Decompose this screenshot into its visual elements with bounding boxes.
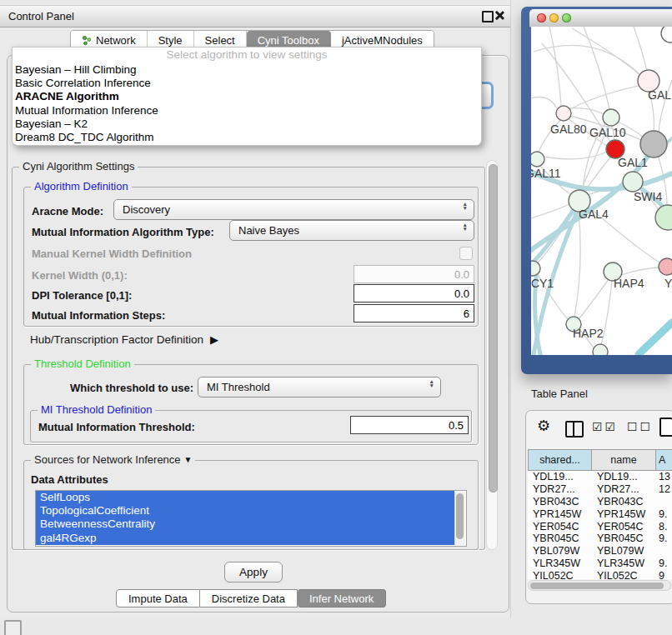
- tab-infer-network[interactable]: Infer Network: [298, 589, 386, 608]
- minimize-traffic-light-icon[interactable]: [549, 13, 559, 22]
- network-node-gcy1[interactable]: [531, 261, 540, 276]
- table-cell: YIL052C: [592, 570, 656, 579]
- table-cell: 12: [656, 483, 672, 495]
- data-attributes-listbox[interactable]: SelfLoopsTopologicalCoefficientBetweenne…: [35, 490, 467, 547]
- apply-button[interactable]: Apply: [224, 562, 283, 582]
- data-attributes-list: SelfLoopsTopologicalCoefficientBetweenne…: [36, 491, 466, 545]
- node-label: GAL80: [550, 122, 587, 136]
- table-row[interactable]: YPR145WYPR145W9.: [528, 508, 672, 520]
- settings-scrollbar[interactable]: [486, 160, 498, 550]
- algorithm-option-bayesian-k2[interactable]: Bayesian – K2: [13, 118, 481, 131]
- manual-kernel-label: Manual Kernel Width Definition: [32, 248, 192, 260]
- table-row[interactable]: YIL052CYIL052C9: [528, 569, 672, 579]
- control-panel-titlebar: Control Panel: [0, 5, 510, 28]
- table-cell: YPR145W: [592, 508, 656, 520]
- network-node-gal11[interactable]: [531, 152, 544, 167]
- algorithm-option-mutual-information-inference[interactable]: Mutual Information Inference: [13, 104, 481, 118]
- network-node[interactable]: [661, 27, 672, 42]
- collapse-down-icon[interactable]: ▼: [184, 455, 193, 464]
- table-cell: 9.: [656, 558, 672, 569]
- attribute-item-betweennesscentrality[interactable]: BetweennessCentrality: [36, 518, 454, 531]
- aracne-mode-select[interactable]: Discovery ▲▼: [113, 199, 474, 220]
- table-cell: 8.: [656, 521, 672, 532]
- network-node-gal10[interactable]: [603, 109, 619, 126]
- attribute-item-gal4rgexp[interactable]: gal4RGexp: [36, 532, 454, 545]
- attribute-item-selfloops[interactable]: SelfLoops: [36, 491, 454, 504]
- tab-label: Style: [158, 34, 183, 47]
- table-row[interactable]: YBR043CYBR043C: [528, 496, 672, 508]
- table-row[interactable]: YBL079WYBL079W: [528, 545, 672, 558]
- table-cell: YBL079W: [528, 545, 592, 557]
- table-cell: YER054C: [592, 521, 656, 532]
- scrollbar-thumb[interactable]: [489, 164, 498, 492]
- collapsed-panel-icon[interactable]: [4, 620, 22, 635]
- document-icon[interactable]: [659, 418, 672, 437]
- tab-label: Select: [205, 34, 235, 47]
- network-canvas[interactable]: GALGAL80GAL10GAL1GAL11SWI4GAL4YGCY1HAP4H…: [531, 27, 672, 355]
- table-cell: YBR045C: [592, 532, 656, 544]
- table-row[interactable]: YBR045CYBR045C9.: [528, 532, 672, 545]
- attributes-scrollbar[interactable]: [454, 492, 465, 545]
- close-icon[interactable]: [494, 10, 504, 21]
- hub-transcription-section[interactable]: Hub/Transcription Factor Definition ▶: [30, 333, 218, 346]
- columns-icon[interactable]: [565, 421, 584, 438]
- column-header-partial[interactable]: A: [656, 449, 672, 471]
- mi-threshold-label: Mutual Information Threshold:: [38, 421, 195, 433]
- select-columns-checked-icon[interactable]: ☑☑: [592, 420, 618, 433]
- kernel-width-input[interactable]: [354, 265, 474, 283]
- scrollbar-thumb[interactable]: [530, 582, 664, 589]
- table-row[interactable]: YLR345WYLR345W9.: [528, 558, 672, 570]
- table-panel-title: Table Panel: [531, 388, 588, 400]
- algorithm-option-bayesian-hill-climbing[interactable]: Bayesian – Hill Climbing: [13, 63, 481, 77]
- network-icon: [82, 35, 92, 46]
- select-columns-unchecked-icon[interactable]: ☐☐: [627, 420, 653, 433]
- column-header-shared-name[interactable]: shared...: [528, 449, 592, 471]
- network-node-swi4[interactable]: [623, 172, 643, 192]
- zoom-traffic-light-icon[interactable]: [562, 13, 571, 22]
- dpi-tolerance-input[interactable]: [354, 284, 474, 302]
- attribute-item-topologicalcoefficient[interactable]: TopologicalCoefficient: [36, 504, 454, 518]
- which-threshold-label: Which threshold to use:: [70, 382, 193, 394]
- spinner-arrows-icon: ▲▼: [429, 380, 434, 388]
- network-node[interactable]: [640, 131, 667, 158]
- gear-icon[interactable]: ⚙: [537, 418, 550, 434]
- mi-steps-input[interactable]: [354, 304, 474, 322]
- table-row[interactable]: YER054CYER054C8.: [528, 520, 672, 532]
- table-row[interactable]: YDR27...YDR27...12: [528, 483, 672, 496]
- tab-discretize-data[interactable]: Discretize Data: [200, 589, 298, 608]
- table-body: YDL19...YDL19...13YDR27...YDR27...12YBR0…: [528, 471, 672, 579]
- node-label: GAL: [648, 88, 671, 102]
- table-row[interactable]: YDL19...YDL19...13: [528, 471, 672, 483]
- node-label: GAL4: [579, 208, 609, 221]
- table-cell: 13: [656, 471, 672, 482]
- mi-threshold-input[interactable]: [350, 416, 469, 434]
- aracne-mode-value: Discovery: [123, 203, 170, 216]
- table-cell: YPR145W: [528, 508, 592, 520]
- aracne-mode-label: Aracne Mode:: [32, 205, 103, 218]
- table-header: shared... name A: [528, 449, 672, 471]
- network-node[interactable]: [593, 344, 608, 355]
- algorithm-dropdown-hint: Select algorithm to view settings: [13, 48, 481, 63]
- manual-kernel-checkbox[interactable]: [459, 247, 473, 260]
- hub-section-label: Hub/Transcription Factor Definition: [30, 333, 203, 346]
- node-label: HAP2: [573, 327, 604, 340]
- algorithm-option-dream8-dc-tdc-algorithm[interactable]: Dream8 DC_TDC Algorithm: [13, 131, 481, 144]
- network-node-gal80[interactable]: [556, 106, 571, 121]
- cyni-settings-title: Cyni Algorithm Settings: [23, 160, 134, 172]
- table-horizontal-scrollbar[interactable]: [528, 580, 671, 591]
- spinner-arrows-icon: ▲▼: [463, 202, 468, 210]
- network-node-y[interactable]: [659, 258, 672, 275]
- table-cell: YBR043C: [528, 496, 592, 508]
- float-window-icon[interactable]: [482, 11, 494, 22]
- algorithm-option-aracne-algorithm[interactable]: ARACNE Algorithm: [13, 90, 481, 103]
- network-view-window: GALGAL80GAL10GAL1GAL11SWI4GAL4YGCY1HAP4H…: [521, 7, 672, 374]
- table-cell: 9: [656, 570, 672, 579]
- tab-impute-data[interactable]: Impute Data: [116, 589, 200, 608]
- column-header-name[interactable]: name: [592, 449, 656, 471]
- scrollbar-thumb[interactable]: [456, 493, 464, 539]
- algorithm-option-basic-correlation-inference[interactable]: Basic Correlation Inference: [13, 77, 481, 90]
- close-traffic-light-icon[interactable]: [537, 13, 546, 22]
- table-cell: YDL19...: [592, 471, 656, 482]
- which-threshold-select[interactable]: MI Threshold ▲▼: [198, 377, 441, 398]
- mi-algorithm-type-select[interactable]: Naive Bayes ▲▼: [229, 220, 474, 241]
